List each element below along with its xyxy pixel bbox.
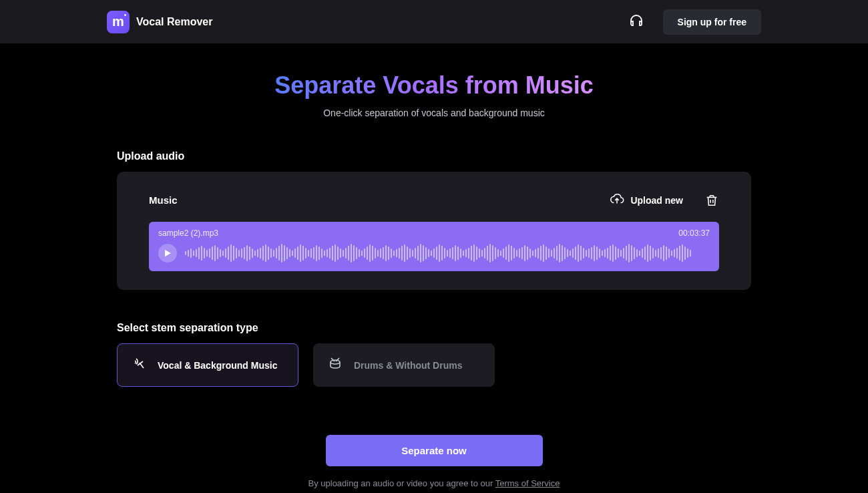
upload-new-button[interactable]: Upload new [610,192,683,208]
audio-track: sample2 (2).mp3 00:03:37 [149,222,719,271]
upload-section-label: Upload audio [117,150,751,162]
waveform[interactable] [185,243,710,263]
upload-card: Music Upload new sample2 (2).mp3 00:03:3… [117,172,751,290]
stem-option-drums[interactable]: Drums & Without Drums [313,343,495,387]
music-label: Music [149,194,178,206]
brand[interactable]: m Vocal Remover [107,11,212,33]
upload-cloud-icon [610,192,624,208]
terms-link[interactable]: Terms of Service [495,478,560,488]
page-subtitle: One-click separation of vocals and backg… [0,108,868,118]
topbar: m Vocal Remover Sign up for free [0,0,868,43]
stem-option-vocal[interactable]: Vocal & Background Music [117,343,298,387]
track-filename: sample2 (2).mp3 [158,228,218,238]
drums-icon [327,356,343,375]
stems-section-label: Select stem separation type [117,322,751,334]
stem-options: Vocal & Background Music Drums & Without… [117,343,751,387]
top-actions: Sign up for free [628,9,761,35]
track-duration: 00:03:37 [678,228,710,238]
vocal-icon [131,356,147,375]
stem-option-label: Drums & Without Drums [354,360,462,371]
page-title: Separate Vocals from Music [274,71,594,100]
app-name: Vocal Remover [136,16,212,28]
separate-button[interactable]: Separate now [326,435,543,466]
delete-button[interactable] [704,193,719,208]
play-button[interactable] [158,244,177,263]
headphones-icon[interactable] [628,13,644,31]
stem-option-label: Vocal & Background Music [158,360,277,371]
upload-new-label: Upload new [630,195,683,206]
hero: Separate Vocals from Music One-click sep… [0,71,868,118]
legal-text: By uploading an audio or video you agree… [0,478,868,488]
logo-icon: m [107,11,130,33]
signup-button[interactable]: Sign up for free [663,9,761,35]
svg-point-0 [331,360,340,364]
legal-prefix: By uploading an audio or video you agree… [308,478,495,488]
